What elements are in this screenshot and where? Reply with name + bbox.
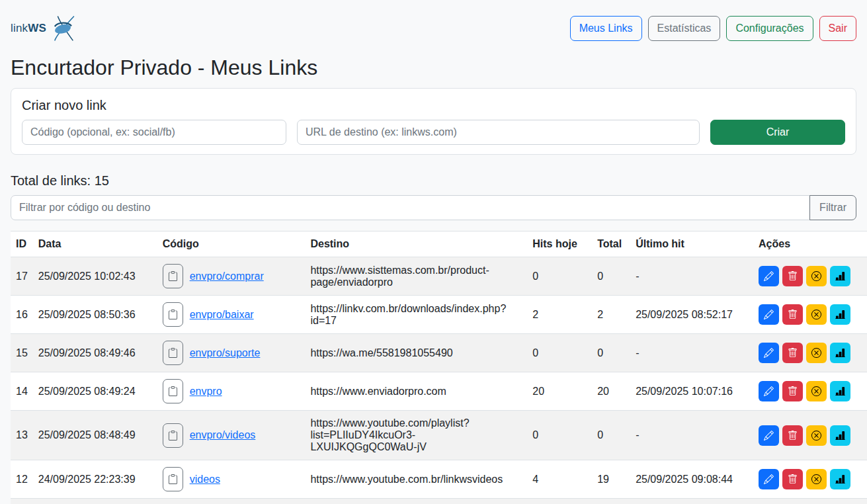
link-date: [33, 499, 157, 504]
disable-button[interactable]: [806, 266, 827, 286]
pencil-icon: [764, 310, 774, 319]
delete-button[interactable]: [782, 381, 803, 401]
link-code-cell: [157, 499, 306, 504]
hits-today-value: 20: [527, 372, 592, 411]
actions-cell: [753, 372, 867, 411]
short-code-link[interactable]: envpro/baixar: [190, 309, 254, 321]
disable-button[interactable]: [806, 343, 827, 363]
stats-button[interactable]: [830, 266, 850, 286]
trash-icon: [788, 431, 798, 441]
table-row: 14 25/09/2025 08:49:24 envpro https://ww…: [11, 372, 867, 411]
filter-button[interactable]: Filtrar: [809, 195, 856, 220]
link-code-cell: videos: [157, 460, 306, 499]
main-nav: Meus Links Estatísticas Configurações Sa…: [570, 16, 856, 41]
edit-button[interactable]: [759, 381, 779, 401]
hits-today-value: 0: [527, 334, 592, 372]
destination-url-input[interactable]: [297, 120, 700, 145]
links-table-header: ID Data Código Destino Hits hoje Total Ú…: [11, 231, 867, 257]
edit-button[interactable]: [759, 343, 779, 363]
disable-button[interactable]: [806, 425, 827, 446]
delete-button[interactable]: [782, 304, 803, 325]
short-code-link[interactable]: videos: [190, 474, 220, 485]
copy-code-button[interactable]: [163, 423, 183, 448]
delete-button[interactable]: [782, 425, 803, 446]
brand-name: linkWS: [11, 22, 46, 35]
copy-code-button[interactable]: [163, 467, 183, 491]
clipboard-icon: [168, 310, 178, 319]
edit-button[interactable]: [759, 266, 779, 286]
trash-icon: [788, 271, 798, 281]
copy-code-button[interactable]: [163, 302, 183, 327]
filter-input[interactable]: [11, 195, 810, 220]
bar-chart-icon: [835, 386, 845, 396]
stats-button[interactable]: [830, 381, 850, 401]
table-row: 17 25/09/2025 10:02:43 envpro/comprar ht…: [11, 257, 867, 296]
disable-button[interactable]: [806, 469, 827, 489]
hits-total-value: 0: [592, 257, 630, 296]
short-code-link[interactable]: envpro/videos: [190, 429, 256, 441]
nav-estatisticas-button[interactable]: Estatísticas: [648, 16, 721, 41]
copy-code-button[interactable]: [163, 379, 183, 403]
link-date: 24/09/2025 22:23:39: [33, 460, 157, 499]
link-id: [11, 499, 33, 504]
actions-cell: [753, 257, 867, 296]
last-hit-value: -: [630, 257, 753, 296]
hits-total-value: 20: [592, 372, 630, 411]
edit-button[interactable]: [759, 469, 779, 489]
links-table-body: 17 25/09/2025 10:02:43 envpro/comprar ht…: [11, 257, 867, 504]
header-codigo: Código: [157, 231, 306, 257]
actions-cell: [753, 460, 867, 499]
header-id: ID: [11, 231, 33, 257]
links-table: ID Data Código Destino Hits hoje Total Ú…: [11, 231, 867, 504]
edit-button[interactable]: [759, 425, 779, 446]
clipboard-icon: [168, 271, 178, 281]
last-hit-value: 25/09/2025 10:07:16: [630, 372, 753, 411]
actions-cell: [753, 499, 867, 504]
header-total: Total: [592, 231, 630, 257]
disable-button[interactable]: [806, 304, 827, 325]
code-input[interactable]: [22, 120, 286, 145]
link-destination: https://www.youtube.com/playlist?list=PL…: [305, 411, 527, 460]
x-circle-icon: [811, 271, 821, 281]
nav-configuracoes-button[interactable]: Configurações: [726, 16, 813, 41]
trash-icon: [788, 386, 798, 396]
trash-icon: [788, 310, 798, 319]
hits-total-value: 0: [592, 334, 630, 372]
short-code-link[interactable]: envpro/comprar: [190, 271, 264, 282]
delete-button[interactable]: [782, 343, 803, 363]
stats-button[interactable]: [830, 343, 850, 363]
hits-today-value: 2: [527, 296, 592, 334]
short-code-link[interactable]: envpro/suporte: [190, 347, 261, 359]
disable-button[interactable]: [806, 381, 827, 401]
table-row: https://www.youtube.com/playlist?: [11, 499, 867, 504]
stats-button[interactable]: [830, 425, 850, 446]
pencil-icon: [764, 474, 774, 484]
link-id: 13: [11, 411, 33, 460]
actions-cell: [753, 296, 867, 334]
create-link-title: Criar novo link: [22, 98, 845, 113]
x-circle-icon: [811, 386, 821, 396]
link-destination: https://www.youtube.com/playlist?: [305, 499, 527, 504]
page: linkWS Meus Links Estatísticas Configura…: [0, 0, 867, 504]
edit-button[interactable]: [759, 304, 779, 325]
delete-button[interactable]: [782, 266, 803, 286]
bar-chart-icon: [835, 271, 845, 281]
nav-sair-button[interactable]: Sair: [819, 16, 856, 41]
header-ultimo-hit: Último hit: [630, 231, 753, 257]
header-hits-hoje: Hits hoje: [527, 231, 592, 257]
link-code-cell: envpro: [157, 372, 306, 411]
delete-button[interactable]: [782, 469, 803, 489]
short-code-link[interactable]: envpro: [190, 386, 222, 398]
pencil-icon: [764, 348, 774, 358]
stats-button[interactable]: [830, 304, 850, 325]
copy-code-button[interactable]: [163, 264, 183, 288]
bar-chart-icon: [835, 348, 845, 358]
total-links-heading: Total de links: 15: [11, 173, 856, 189]
create-button[interactable]: Criar: [710, 120, 845, 145]
nav-meus-links-button[interactable]: Meus Links: [570, 16, 642, 41]
stats-button[interactable]: [830, 469, 850, 489]
top-bar: linkWS Meus Links Estatísticas Configura…: [5, 5, 862, 45]
link-destination: https://www.enviadorpro.com: [305, 372, 527, 411]
actions-cell: [753, 411, 867, 460]
copy-code-button[interactable]: [163, 341, 183, 365]
